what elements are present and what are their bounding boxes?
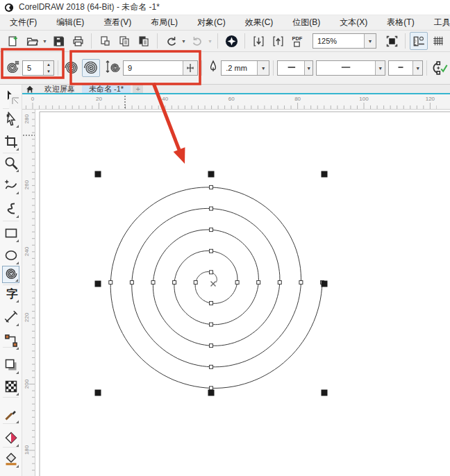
vertical-ruler[interactable]: 280260240220200180 [22, 110, 35, 476]
line-style-combo[interactable]: ▼ [316, 60, 385, 76]
redo-dropdown[interactable]: ▼ [206, 33, 214, 49]
menu-9[interactable]: 表格(T) [377, 15, 424, 30]
selection-handle[interactable] [322, 281, 328, 287]
spiral-tool[interactable] [2, 266, 19, 283]
transparency-tool[interactable] [2, 379, 19, 396]
show-grid-button[interactable] [429, 32, 447, 50]
spiral-expansion-field[interactable]: 9 [123, 60, 198, 76]
print-button[interactable] [69, 32, 87, 50]
selection-handle[interactable] [208, 171, 215, 178]
show-rulers-button[interactable] [410, 32, 428, 50]
spiral-node[interactable] [278, 281, 281, 284]
spiral-node[interactable] [210, 249, 213, 253]
spiral-node[interactable] [194, 281, 197, 284]
outline-tool[interactable] [2, 470, 19, 476]
spiral-node[interactable] [210, 228, 213, 232]
horizontal-ruler[interactable]: 020406080100120 [22, 94, 450, 110]
symmetrical-spiral-button[interactable] [62, 59, 81, 77]
rectangle-tool[interactable] [2, 226, 19, 243]
spiral-revolutions-spinner[interactable]: ▲▼ [43, 61, 53, 75]
spiral-node[interactable] [210, 271, 213, 274]
selection-handle[interactable] [95, 171, 101, 178]
home-icon[interactable] [22, 85, 38, 94]
spinner-down-icon[interactable]: ▼ [44, 68, 53, 75]
close-curve-button[interactable] [431, 59, 449, 77]
menu-7[interactable]: 位图(B) [283, 15, 330, 30]
fullscreen-button[interactable] [383, 32, 401, 50]
cut-button[interactable] [96, 32, 114, 50]
spiral-node[interactable] [210, 207, 213, 210]
menu-5[interactable]: 对象(C) [188, 15, 235, 30]
menu-6[interactable]: 效果(C) [235, 15, 283, 30]
interactive-fill-tool[interactable] [2, 430, 19, 448]
object-center-marker[interactable] [211, 282, 216, 287]
launcher-button[interactable] [222, 32, 240, 50]
spiral-node[interactable] [130, 281, 133, 284]
import-button[interactable] [249, 32, 267, 50]
connector-tool[interactable] [2, 333, 19, 350]
menu-3[interactable]: 查看(V) [94, 15, 141, 30]
new-tab-button[interactable]: + [133, 85, 143, 93]
selection-handle[interactable] [95, 390, 101, 396]
save-button[interactable] [49, 32, 67, 50]
spiral-node[interactable] [210, 386, 213, 390]
smart-fill-tool[interactable] [2, 451, 19, 468]
spiral-node[interactable] [210, 185, 213, 189]
open-folder-button[interactable] [23, 32, 41, 50]
redo-button[interactable] [188, 32, 206, 50]
spiral-node[interactable] [235, 281, 239, 284]
dimension-tool[interactable] [2, 309, 19, 327]
new-document-button[interactable] [3, 32, 22, 50]
start-arrowhead-combo[interactable]: ▼ [277, 60, 313, 76]
spiral-node[interactable] [210, 301, 213, 305]
artistic-media-tool[interactable] [2, 201, 19, 219]
zoom-tool[interactable] [2, 155, 19, 173]
selection-handle[interactable] [322, 171, 328, 178]
spiral-node[interactable] [210, 344, 213, 348]
logarithmic-spiral-button[interactable] [82, 59, 100, 77]
pdf-button[interactable]: PDF [288, 32, 306, 50]
end-arrowhead-combo[interactable]: ▼ [388, 60, 423, 76]
copy-button[interactable] [115, 32, 133, 50]
crop-tool[interactable] [2, 134, 19, 151]
outline-width-combo[interactable]: .2 mm▼ [221, 60, 269, 76]
selection-handle[interactable] [95, 281, 101, 287]
zoom-level-combo[interactable]: 125%▼ [312, 33, 376, 49]
undo-dropdown[interactable]: ▼ [180, 33, 188, 49]
spiral-expansion-slider[interactable] [183, 61, 197, 75]
drop-shadow-tool[interactable] [2, 357, 19, 375]
drawing-canvas[interactable] [35, 110, 450, 476]
paste-button[interactable] [135, 32, 153, 50]
tab-welcome-screen[interactable]: 欢迎屏幕 [38, 85, 82, 93]
ruler-origin-corner[interactable] [9, 94, 22, 109]
menu-2[interactable]: 编辑(E) [47, 15, 94, 30]
spiral-node[interactable] [210, 323, 213, 326]
selection-handle[interactable] [322, 390, 328, 396]
menu-8[interactable]: 文本(X) [330, 15, 377, 30]
spiral-revolutions-field[interactable]: 5▲▼ [22, 60, 54, 76]
undo-button[interactable] [162, 32, 180, 50]
line-style-dropdown[interactable]: ▼ [375, 61, 385, 75]
shape-tool[interactable] [2, 111, 19, 128]
spiral-object[interactable] [110, 187, 322, 389]
export-button[interactable] [269, 32, 287, 50]
tab-untitled-document[interactable]: 未命名 -1* [82, 85, 131, 93]
end-arrowhead-dropdown[interactable]: ▼ [412, 61, 422, 75]
ellipse-tool[interactable] [2, 248, 19, 265]
menu-10[interactable]: 工具(O) [424, 15, 450, 30]
selection-handle[interactable] [208, 390, 215, 396]
spiral-node[interactable] [173, 281, 176, 284]
spiral-node[interactable] [210, 365, 213, 368]
zoom-level-dropdown[interactable]: ▼ [364, 34, 376, 48]
text-tool[interactable]: 字 [2, 286, 19, 303]
spinner-up-icon[interactable]: ▲ [44, 61, 53, 68]
spiral-node[interactable] [257, 281, 260, 284]
spiral-node[interactable] [299, 281, 303, 284]
start-arrowhead-dropdown[interactable]: ▼ [304, 61, 312, 75]
eyedropper-tool[interactable] [2, 407, 19, 424]
slider-handle-icon[interactable] [183, 61, 197, 75]
spiral-node[interactable] [151, 281, 155, 284]
outline-width-dropdown[interactable]: ▼ [257, 61, 269, 75]
menu-1[interactable]: 文件(F) [0, 15, 47, 30]
menu-4[interactable]: 布局(L) [141, 15, 188, 30]
